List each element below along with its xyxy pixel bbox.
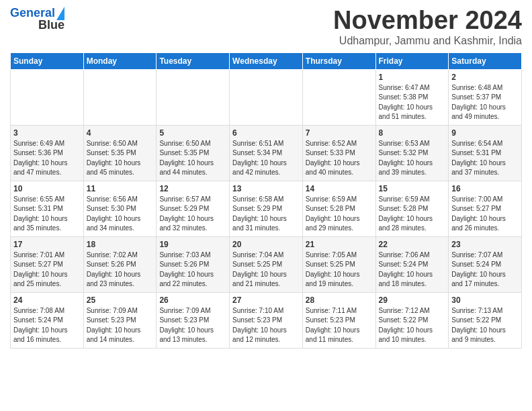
calendar-cell: 6Sunrise: 6:51 AM Sunset: 5:34 PM Daylig…	[230, 125, 303, 181]
calendar-cell: 20Sunrise: 7:04 AM Sunset: 5:25 PM Dayli…	[230, 236, 303, 292]
day-number: 22	[379, 240, 446, 249]
day-number: 13	[232, 184, 300, 193]
day-number: 21	[306, 240, 373, 249]
day-detail: Sunrise: 7:10 AM Sunset: 5:23 PM Dayligh…	[232, 306, 300, 345]
day-detail: Sunrise: 6:56 AM Sunset: 5:30 PM Dayligh…	[87, 195, 154, 234]
day-number: 2	[451, 73, 519, 82]
day-number: 15	[379, 184, 446, 193]
calendar-cell: 2Sunrise: 6:48 AM Sunset: 5:37 PM Daylig…	[449, 69, 522, 125]
day-number: 24	[13, 295, 81, 305]
day-detail: Sunrise: 6:52 AM Sunset: 5:33 PM Dayligh…	[306, 139, 373, 178]
calendar-header-row: SundayMondayTuesdayWednesdayThursdayFrid…	[11, 52, 522, 69]
calendar-table: SundayMondayTuesdayWednesdayThursdayFrid…	[10, 52, 522, 349]
day-detail: Sunrise: 7:11 AM Sunset: 5:23 PM Dayligh…	[306, 306, 373, 345]
day-number: 30	[451, 295, 519, 305]
month-title: November 2024	[333, 7, 522, 35]
day-number: 26	[159, 295, 226, 305]
calendar-row: 24Sunrise: 7:08 AM Sunset: 5:24 PM Dayli…	[11, 292, 522, 348]
calendar-cell: 7Sunrise: 6:52 AM Sunset: 5:33 PM Daylig…	[302, 125, 375, 181]
calendar-cell	[157, 69, 230, 125]
calendar-cell: 16Sunrise: 7:00 AM Sunset: 5:27 PM Dayli…	[449, 181, 522, 236]
day-number: 6	[232, 128, 300, 138]
day-number: 8	[379, 128, 446, 138]
day-detail: Sunrise: 6:54 AM Sunset: 5:31 PM Dayligh…	[451, 139, 519, 178]
calendar-cell: 8Sunrise: 6:53 AM Sunset: 5:32 PM Daylig…	[375, 125, 449, 181]
calendar-cell: 27Sunrise: 7:10 AM Sunset: 5:23 PM Dayli…	[230, 292, 303, 348]
day-number: 14	[306, 184, 373, 193]
day-detail: Sunrise: 7:12 AM Sunset: 5:22 PM Dayligh…	[379, 306, 446, 345]
calendar-cell: 25Sunrise: 7:09 AM Sunset: 5:23 PM Dayli…	[83, 292, 157, 348]
day-number: 7	[306, 128, 373, 138]
day-detail: Sunrise: 6:59 AM Sunset: 5:28 PM Dayligh…	[306, 195, 373, 234]
logo: General Blue	[10, 7, 64, 32]
day-detail: Sunrise: 7:04 AM Sunset: 5:25 PM Dayligh…	[232, 250, 300, 289]
day-detail: Sunrise: 6:50 AM Sunset: 5:35 PM Dayligh…	[159, 139, 226, 178]
day-detail: Sunrise: 6:47 AM Sunset: 5:38 PM Dayligh…	[379, 83, 446, 122]
calendar-cell: 1Sunrise: 6:47 AM Sunset: 5:38 PM Daylig…	[375, 69, 449, 125]
day-number: 4	[87, 128, 154, 138]
calendar-cell: 23Sunrise: 7:07 AM Sunset: 5:24 PM Dayli…	[449, 236, 522, 292]
day-detail: Sunrise: 6:57 AM Sunset: 5:29 PM Dayligh…	[159, 195, 226, 234]
calendar-cell: 4Sunrise: 6:50 AM Sunset: 5:35 PM Daylig…	[83, 125, 157, 181]
day-detail: Sunrise: 7:09 AM Sunset: 5:23 PM Dayligh…	[87, 306, 154, 345]
day-number: 27	[232, 295, 300, 305]
day-detail: Sunrise: 7:01 AM Sunset: 5:27 PM Dayligh…	[13, 250, 81, 289]
day-number: 11	[87, 184, 154, 193]
calendar-cell: 5Sunrise: 6:50 AM Sunset: 5:35 PM Daylig…	[157, 125, 230, 181]
day-detail: Sunrise: 7:09 AM Sunset: 5:23 PM Dayligh…	[159, 306, 226, 345]
day-number: 20	[232, 240, 300, 249]
day-number: 1	[379, 73, 446, 82]
calendar-cell	[83, 69, 157, 125]
day-number: 17	[13, 240, 81, 249]
day-number: 23	[451, 240, 519, 249]
weekday-header: Friday	[375, 52, 449, 69]
weekday-header: Sunday	[11, 52, 84, 69]
day-detail: Sunrise: 6:48 AM Sunset: 5:37 PM Dayligh…	[451, 83, 519, 122]
location: Udhampur, Jammu and Kashmir, India	[333, 35, 522, 47]
calendar-cell: 19Sunrise: 7:03 AM Sunset: 5:26 PM Dayli…	[157, 236, 230, 292]
calendar-row: 1Sunrise: 6:47 AM Sunset: 5:38 PM Daylig…	[11, 69, 522, 125]
calendar-cell: 18Sunrise: 7:02 AM Sunset: 5:26 PM Dayli…	[83, 236, 157, 292]
calendar-cell	[11, 69, 84, 125]
calendar-cell: 26Sunrise: 7:09 AM Sunset: 5:23 PM Dayli…	[157, 292, 230, 348]
calendar-cell: 13Sunrise: 6:58 AM Sunset: 5:29 PM Dayli…	[230, 181, 303, 236]
day-number: 10	[13, 184, 81, 193]
day-number: 19	[159, 240, 226, 249]
day-detail: Sunrise: 7:02 AM Sunset: 5:26 PM Dayligh…	[87, 250, 154, 289]
calendar-cell: 17Sunrise: 7:01 AM Sunset: 5:27 PM Dayli…	[11, 236, 84, 292]
day-detail: Sunrise: 6:51 AM Sunset: 5:34 PM Dayligh…	[232, 139, 300, 178]
day-number: 29	[379, 295, 446, 305]
logo-text-blue: Blue	[38, 19, 64, 32]
day-detail: Sunrise: 6:59 AM Sunset: 5:28 PM Dayligh…	[379, 195, 446, 234]
calendar-cell: 15Sunrise: 6:59 AM Sunset: 5:28 PM Dayli…	[375, 181, 449, 236]
day-detail: Sunrise: 7:03 AM Sunset: 5:26 PM Dayligh…	[159, 250, 226, 289]
weekday-header: Saturday	[449, 52, 522, 69]
calendar-cell: 9Sunrise: 6:54 AM Sunset: 5:31 PM Daylig…	[449, 125, 522, 181]
calendar-cell: 29Sunrise: 7:12 AM Sunset: 5:22 PM Dayli…	[375, 292, 449, 348]
day-detail: Sunrise: 7:08 AM Sunset: 5:24 PM Dayligh…	[13, 306, 81, 345]
day-number: 3	[13, 128, 81, 138]
day-detail: Sunrise: 6:53 AM Sunset: 5:32 PM Dayligh…	[379, 139, 446, 178]
calendar-cell: 10Sunrise: 6:55 AM Sunset: 5:31 PM Dayli…	[11, 181, 84, 236]
calendar-cell: 28Sunrise: 7:11 AM Sunset: 5:23 PM Dayli…	[302, 292, 375, 348]
calendar-cell: 24Sunrise: 7:08 AM Sunset: 5:24 PM Dayli…	[11, 292, 84, 348]
page-header: General Blue November 2024 Udhampur, Jam…	[10, 7, 522, 47]
calendar-cell: 21Sunrise: 7:05 AM Sunset: 5:25 PM Dayli…	[302, 236, 375, 292]
calendar-cell: 30Sunrise: 7:13 AM Sunset: 5:22 PM Dayli…	[449, 292, 522, 348]
calendar-cell: 22Sunrise: 7:06 AM Sunset: 5:24 PM Dayli…	[375, 236, 449, 292]
day-number: 25	[87, 295, 154, 305]
day-detail: Sunrise: 7:05 AM Sunset: 5:25 PM Dayligh…	[306, 250, 373, 289]
weekday-header: Wednesday	[230, 52, 303, 69]
calendar-cell	[230, 69, 303, 125]
calendar-cell: 12Sunrise: 6:57 AM Sunset: 5:29 PM Dayli…	[157, 181, 230, 236]
day-number: 5	[159, 128, 226, 138]
calendar-row: 17Sunrise: 7:01 AM Sunset: 5:27 PM Dayli…	[11, 236, 522, 292]
calendar-cell: 11Sunrise: 6:56 AM Sunset: 5:30 PM Dayli…	[83, 181, 157, 236]
weekday-header: Monday	[83, 52, 157, 69]
day-detail: Sunrise: 7:07 AM Sunset: 5:24 PM Dayligh…	[451, 250, 519, 289]
day-number: 12	[159, 184, 226, 193]
weekday-header: Tuesday	[157, 52, 230, 69]
day-number: 16	[451, 184, 519, 193]
calendar-row: 3Sunrise: 6:49 AM Sunset: 5:36 PM Daylig…	[11, 125, 522, 181]
calendar-cell	[302, 69, 375, 125]
